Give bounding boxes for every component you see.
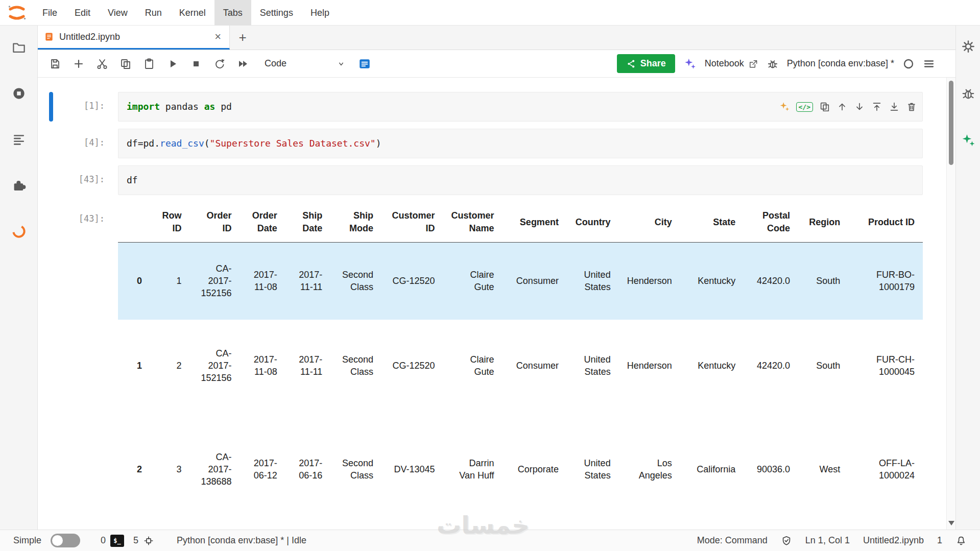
terminals-indicator[interactable]: 0 $_ bbox=[101, 535, 124, 547]
ai-assistant-icon[interactable] bbox=[961, 133, 976, 148]
toggle-knob bbox=[52, 535, 63, 546]
notebook-link[interactable]: Notebook bbox=[705, 58, 758, 69]
column-header: City bbox=[619, 202, 680, 242]
cell-value: DV-13045 bbox=[381, 412, 443, 527]
menu-edit[interactable]: Edit bbox=[66, 0, 99, 26]
jupyterlab-window: File Edit View Run Kernel Tabs Settings … bbox=[0, 0, 980, 551]
tab-untitled2[interactable]: Untitled2.ipynb × bbox=[38, 26, 230, 50]
code-cell-3[interactable]: [43]: df bbox=[38, 165, 955, 195]
cell-input-editor[interactable]: df=pd.read_csv("Superstore Sales Dataset… bbox=[118, 129, 923, 158]
output-cell: [43]: Row IDOrder IDOrder DateShip DateS… bbox=[38, 202, 955, 527]
copy-cells-button[interactable] bbox=[115, 54, 136, 74]
restart-kernel-button[interactable] bbox=[209, 54, 230, 74]
new-tab-button[interactable]: + bbox=[230, 26, 255, 50]
menu-settings[interactable]: Settings bbox=[251, 0, 302, 26]
scroll-down-arrow-icon[interactable] bbox=[948, 521, 954, 525]
cell-value: Second Class bbox=[330, 242, 381, 320]
column-header: Ship Mode bbox=[330, 202, 381, 242]
ai-sparkle-button[interactable] bbox=[779, 101, 790, 112]
code-cell-1[interactable]: [1]: import pandas as pd </> bbox=[38, 92, 955, 122]
paste-cells-button[interactable] bbox=[139, 54, 159, 74]
menu-file[interactable]: File bbox=[34, 0, 66, 26]
output-execution-count: [43]: bbox=[53, 202, 112, 527]
column-header: Country bbox=[567, 202, 619, 242]
scrollbar-thumb[interactable] bbox=[949, 81, 953, 165]
cell-type-code-badge[interactable]: </> bbox=[796, 102, 813, 112]
menu-view[interactable]: View bbox=[99, 0, 136, 26]
insert-cell-below-button[interactable] bbox=[889, 101, 900, 112]
save-icon bbox=[49, 58, 61, 70]
column-header: Segment bbox=[503, 202, 567, 242]
insert-cell-above-button[interactable] bbox=[871, 101, 882, 112]
cell-value: West bbox=[798, 412, 848, 527]
notifications-count[interactable]: 1 bbox=[937, 535, 942, 546]
bell-icon[interactable] bbox=[955, 535, 967, 546]
cell-value: Second Class bbox=[330, 320, 381, 412]
cell-value: 2017-11-11 bbox=[285, 242, 331, 320]
delete-cell-button[interactable] bbox=[906, 101, 917, 112]
running-kernels-icon[interactable] bbox=[11, 86, 27, 101]
command-mode-indicator[interactable]: Mode: Command bbox=[697, 535, 768, 546]
kernel-name[interactable]: Python [conda env:base] * bbox=[787, 58, 894, 69]
cell-collapser[interactable] bbox=[49, 202, 53, 527]
menu-run[interactable]: Run bbox=[136, 0, 171, 26]
move-cell-up-button[interactable] bbox=[836, 101, 848, 112]
tab-close-icon[interactable]: × bbox=[212, 30, 223, 43]
main-area: Untitled2.ipynb × + bbox=[38, 26, 955, 530]
menu-bar: File Edit View Run Kernel Tabs Settings … bbox=[0, 0, 980, 26]
cell-value: 2017-06-12 bbox=[240, 412, 285, 527]
restart-run-all-button[interactable] bbox=[233, 54, 253, 74]
kernels-indicator[interactable]: 5 bbox=[133, 535, 154, 546]
cell-value: Claire Gute bbox=[443, 242, 503, 320]
duplicate-cell-button[interactable] bbox=[819, 101, 830, 112]
cursor-position[interactable]: Ln 1, Col 1 bbox=[805, 535, 850, 546]
simple-mode-toggle[interactable] bbox=[51, 534, 80, 547]
cell-value: 2017-11-08 bbox=[240, 320, 285, 412]
cell-type-dropdown[interactable]: Code bbox=[259, 55, 351, 73]
cell-collapser[interactable] bbox=[49, 129, 53, 158]
cell-input-editor[interactable]: import pandas as pd </> bbox=[118, 92, 923, 122]
code-cell-2[interactable]: [4]: df=pd.read_csv("Superstore Sales Da… bbox=[38, 129, 955, 158]
cell-value: South bbox=[798, 242, 848, 320]
cell-value: CA-2017-138688 bbox=[190, 412, 240, 527]
kernel-status-indicator-icon[interactable] bbox=[902, 58, 915, 70]
kernel-status[interactable]: Python [conda env:base] * | Idle bbox=[177, 535, 306, 546]
move-cell-down-button[interactable] bbox=[854, 101, 865, 112]
debugger-bug-icon[interactable] bbox=[767, 58, 779, 70]
cut-cells-button[interactable] bbox=[92, 54, 112, 74]
share-button[interactable]: Share bbox=[617, 54, 675, 73]
run-cell-button[interactable] bbox=[162, 54, 183, 74]
menu-tabs[interactable]: Tabs bbox=[214, 0, 251, 26]
column-header: State bbox=[680, 202, 744, 242]
save-button[interactable] bbox=[45, 54, 65, 74]
cell-input-editor[interactable]: df bbox=[118, 165, 923, 195]
dataframe-row: 01CA-2017-1521562017-11-082017-11-11Seco… bbox=[118, 242, 923, 320]
ai-sparkles-icon[interactable] bbox=[683, 57, 697, 70]
cell-value: 2017-11-11 bbox=[285, 320, 331, 412]
insert-cell-button[interactable] bbox=[68, 54, 89, 74]
hamburger-menu-icon[interactable] bbox=[923, 58, 935, 70]
kernel-activity-icon[interactable] bbox=[11, 224, 27, 239]
notebook-area[interactable]: [1]: import pandas as pd </> bbox=[38, 78, 955, 530]
menu-help[interactable]: Help bbox=[302, 0, 338, 26]
file-browser-icon[interactable] bbox=[11, 40, 27, 55]
cell-value: 2017-11-08 bbox=[240, 242, 285, 320]
extensions-icon[interactable] bbox=[11, 178, 27, 193]
cell-code: df=pd.read_csv("Superstore Sales Dataset… bbox=[127, 137, 381, 149]
status-bar: Simple 0 $_ 5 Python [conda env:base] * … bbox=[0, 530, 980, 551]
cell-collapser[interactable] bbox=[49, 92, 53, 122]
settings-gear-icon[interactable] bbox=[961, 39, 976, 54]
notebook-scrollbar[interactable] bbox=[946, 78, 955, 530]
cell-value: CA-2017-152156 bbox=[190, 320, 240, 412]
format-notebook-icon bbox=[358, 57, 371, 70]
cell-value: 90036.0 bbox=[744, 412, 798, 527]
cell-type-value: Code bbox=[265, 58, 286, 69]
cell-collapser[interactable] bbox=[49, 165, 53, 195]
cell-value: Henderson bbox=[619, 320, 680, 412]
table-of-contents-icon[interactable] bbox=[11, 132, 27, 147]
format-notebook-button[interactable] bbox=[354, 54, 375, 74]
menu-kernel[interactable]: Kernel bbox=[171, 0, 214, 26]
trusted-shield-icon[interactable] bbox=[781, 535, 792, 546]
interrupt-kernel-button[interactable] bbox=[186, 54, 206, 74]
debugger-sidebar-bug-icon[interactable] bbox=[961, 86, 976, 101]
